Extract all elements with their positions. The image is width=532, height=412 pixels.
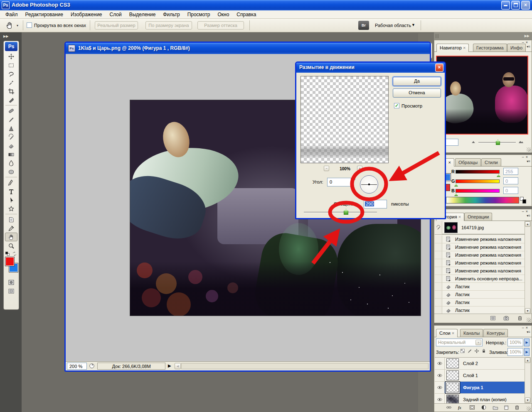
tab-navigator[interactable]: Навигатор × [436, 44, 469, 52]
angle-input[interactable]: 0 [327, 178, 351, 186]
panel-menu-icon[interactable]: ▾≡ [527, 159, 530, 163]
set-source-checkbox[interactable] [435, 291, 442, 298]
menu-select[interactable]: Выделение [126, 12, 160, 17]
magic-wand-tool-button[interactable] [5, 78, 17, 87]
tab-info[interactable]: Инфо [507, 44, 526, 52]
document-titlebar[interactable]: Ps 1Kla$ и Царь.png @ 200% (Фигура 1 , R… [66, 43, 430, 54]
channel-g-slider[interactable] [456, 179, 500, 183]
scroll-up-arrow[interactable]: ▲ [525, 221, 530, 227]
lasso-tool-button[interactable] [5, 69, 17, 78]
cancel-button[interactable]: Отмена [393, 88, 441, 98]
preview-checkbox[interactable]: ✓ [394, 103, 399, 108]
type-tool-button[interactable] [5, 187, 17, 196]
blend-mode-select[interactable]: Нормальный▾ [436, 338, 483, 346]
workspace-label[interactable]: Рабочая область [375, 23, 411, 28]
layers-scrollbar[interactable]: ▲ ▼ [525, 357, 531, 403]
menu-edit[interactable]: Редактирование [22, 12, 67, 17]
add-mask-icon[interactable] [469, 405, 475, 411]
set-source-checkbox[interactable] [435, 307, 442, 314]
tab-paths[interactable]: Контуры [483, 329, 508, 337]
history-item[interactable]: Ластик [435, 291, 525, 299]
angle-dial[interactable] [360, 175, 378, 194]
hscroll-track[interactable] [181, 363, 429, 369]
panel-minimize-icon[interactable]: – [522, 326, 526, 330]
layer-visibility-toggle[interactable] [435, 358, 445, 369]
history-item[interactable]: Изменение режима наложения [435, 267, 525, 275]
layer-row[interactable]: Слой 1 [435, 370, 525, 382]
set-source-checkbox[interactable] [435, 235, 442, 243]
navigator-zoom-thumb[interactable] [496, 140, 500, 145]
tab-close-icon[interactable]: × [463, 45, 466, 50]
layer-style-fx-icon[interactable] [458, 405, 463, 411]
color-ramp[interactable] [446, 197, 519, 204]
history-item[interactable]: Изменение режима наложения [435, 259, 525, 267]
dock-grip[interactable] [436, 34, 439, 38]
zoom-tool-button[interactable] [5, 241, 17, 250]
menu-file[interactable]: Файл [2, 12, 22, 17]
history-item[interactable]: Ластик [435, 283, 525, 291]
crop-tool-button[interactable] [5, 87, 17, 96]
set-source-checkbox[interactable] [435, 275, 442, 282]
preview-zoom-out-button[interactable]: − [324, 166, 329, 171]
channel-b-slider[interactable] [456, 189, 500, 193]
minimize-button[interactable] [501, 1, 510, 10]
adjustment-layer-icon[interactable] [481, 405, 487, 411]
doc-size-field[interactable]: Док: 266,6K/3,08M [97, 363, 165, 370]
ramp-black-swatch[interactable] [522, 199, 526, 204]
zoom-in-mountain-icon[interactable] [518, 139, 524, 145]
tool-preset-dropdown-icon[interactable]: ▾ [17, 24, 18, 27]
channel-b-value[interactable]: 0 [503, 187, 518, 194]
layer-row[interactable]: Слой 2 [435, 358, 525, 370]
set-source-checkbox[interactable] [435, 267, 442, 275]
panel-close-icon[interactable]: × [526, 155, 530, 159]
restore-button[interactable] [511, 1, 520, 10]
new-snapshot-icon[interactable] [503, 315, 509, 322]
opacity-value[interactable]: 100% [507, 338, 523, 346]
layer-name[interactable]: Фигура 1 [463, 385, 483, 390]
history-scrollbar[interactable]: ▲ ▼ [525, 221, 531, 314]
new-group-icon[interactable] [493, 405, 498, 411]
delete-layer-icon[interactable] [514, 405, 520, 411]
layer-row[interactable]: Задний план (копия) [435, 394, 525, 403]
preview-zoom-in-button[interactable]: + [357, 166, 362, 171]
menu-layer[interactable]: Слой [106, 12, 126, 17]
lock-transparency-icon[interactable] [460, 348, 465, 354]
expand-dock-icon[interactable]: ▶▶ [525, 34, 530, 38]
screen-mode-button[interactable] [5, 287, 17, 295]
history-item[interactable]: Ластик [435, 307, 525, 314]
history-item[interactable]: Изменение режима наложения [435, 243, 525, 251]
channel-r-slider[interactable] [456, 170, 500, 174]
new-layer-icon[interactable] [503, 405, 509, 411]
panel-close-icon[interactable]: × [526, 209, 530, 213]
tab-close-icon[interactable]: × [452, 331, 454, 336]
ok-button[interactable]: Да [393, 77, 441, 86]
marquee-tool-button[interactable] [5, 61, 17, 69]
layer-thumbnail[interactable] [446, 370, 459, 380]
lock-position-icon[interactable] [474, 348, 479, 354]
notes-tool-button[interactable] [5, 215, 17, 224]
sponge-tool-button[interactable] [5, 167, 17, 176]
layer-row-selected[interactable]: Фигура 1 [435, 382, 525, 394]
layer-visibility-toggle[interactable] [435, 394, 445, 403]
channel-g-thumb[interactable] [454, 184, 458, 186]
hscroll-left-arrow[interactable]: ◀ [175, 363, 181, 369]
dialog-titlebar[interactable]: Размытие в движении × [296, 63, 445, 73]
history-snapshot-row[interactable]: 164719.jpg [435, 221, 525, 235]
layer-thumbnail[interactable] [446, 395, 459, 403]
workspace-dropdown-icon[interactable]: ▼ [411, 23, 415, 27]
hand-tool-preset-icon[interactable] [5, 21, 14, 30]
dialog-close-button[interactable]: × [435, 64, 443, 72]
tab-layers[interactable]: Слои × [436, 329, 458, 337]
lock-all-icon[interactable] [481, 348, 486, 354]
set-source-checkbox[interactable] [435, 283, 442, 290]
layer-name[interactable]: Слой 2 [463, 361, 478, 366]
panel-resize-grip[interactable] [527, 318, 531, 322]
tab-swatches[interactable]: Образцы [455, 158, 481, 167]
blur-tool-button[interactable] [5, 159, 17, 167]
tab-channels[interactable]: Каналы [460, 329, 483, 337]
timer-icon[interactable] [89, 363, 95, 370]
zoom-out-mountain-icon[interactable] [471, 140, 476, 145]
scroll-down-arrow[interactable]: ▼ [525, 397, 530, 403]
history-item[interactable]: Изменение режима наложения [435, 251, 525, 259]
tab-histogram[interactable]: Гистограмма [473, 44, 507, 52]
